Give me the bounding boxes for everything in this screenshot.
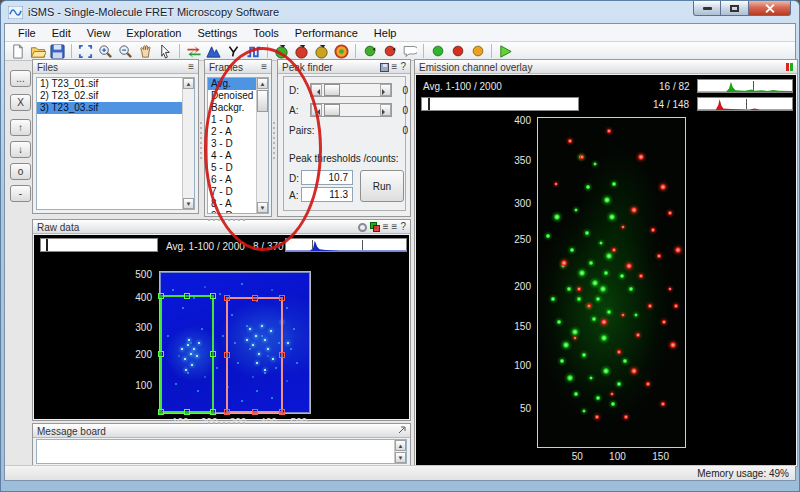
roi-handle[interactable] bbox=[184, 409, 190, 415]
frames-panel-titlebar[interactable]: Frames ≡ bbox=[205, 60, 271, 74]
roi-handle[interactable] bbox=[224, 295, 230, 301]
roi-handle[interactable] bbox=[210, 293, 216, 299]
peak-finder-titlebar[interactable]: Peak finder ≡ ? bbox=[278, 60, 410, 74]
roi-handle[interactable] bbox=[184, 293, 190, 299]
raw-plot[interactable] bbox=[159, 271, 311, 414]
comment-bubble-icon[interactable] bbox=[400, 43, 419, 60]
peak-finder-menu-icon[interactable]: ≡ bbox=[392, 62, 398, 72]
menu-edit[interactable]: Edit bbox=[45, 25, 78, 41]
play-green-icon[interactable] bbox=[360, 43, 379, 60]
reload-dark-icon[interactable] bbox=[312, 43, 331, 60]
status-red-icon[interactable] bbox=[448, 43, 467, 60]
detach-icon[interactable] bbox=[398, 426, 406, 436]
red-green-channels-icon[interactable] bbox=[786, 63, 793, 71]
scroll-up-icon[interactable]: ▲ bbox=[395, 440, 406, 451]
run-analysis-icon[interactable] bbox=[496, 43, 515, 60]
frames-scrollbar[interactable]: ▲ ▼ bbox=[256, 78, 268, 213]
zoom-in-icon[interactable] bbox=[96, 43, 115, 60]
raw-contrast-histogram[interactable] bbox=[285, 238, 407, 252]
pan-hand-icon[interactable] bbox=[136, 43, 155, 60]
slider-track[interactable] bbox=[322, 104, 380, 116]
status-orange-icon[interactable] bbox=[468, 43, 487, 60]
list-item[interactable]: 3) T23_03.sif bbox=[37, 102, 194, 114]
play-red-icon[interactable] bbox=[380, 43, 399, 60]
status-green-icon[interactable] bbox=[428, 43, 447, 60]
menu-file[interactable]: File bbox=[11, 25, 43, 41]
options-button[interactable]: o bbox=[10, 163, 31, 180]
scroll-down-icon[interactable]: ▼ bbox=[183, 198, 194, 209]
raw-data-menu-icon[interactable]: ≡ bbox=[383, 222, 389, 232]
roi-handle[interactable] bbox=[210, 351, 216, 357]
open-file-icon[interactable] bbox=[28, 43, 47, 60]
roi-handle[interactable] bbox=[158, 293, 164, 299]
contrast-max-marker[interactable] bbox=[362, 240, 363, 250]
roi-handle[interactable] bbox=[158, 409, 164, 415]
slider-thumb[interactable] bbox=[324, 84, 340, 96]
files-panel-titlebar[interactable]: Files ≡ bbox=[33, 60, 198, 74]
scrollbar-thumb[interactable] bbox=[257, 90, 268, 112]
roi-handle[interactable] bbox=[224, 409, 230, 415]
d-threshold-slider[interactable] bbox=[310, 83, 392, 97]
save-icon[interactable] bbox=[48, 43, 67, 60]
channel-arrows-icon[interactable] bbox=[184, 43, 203, 60]
list-item[interactable]: 1) T23_01.sif bbox=[37, 78, 194, 90]
roi-handle[interactable] bbox=[279, 409, 285, 415]
a-threshold-slider[interactable] bbox=[310, 103, 392, 117]
move-up-button[interactable]: ↑ bbox=[10, 119, 31, 136]
message-scrollbar[interactable]: ▲ ▼ bbox=[394, 440, 406, 463]
menu-help[interactable]: Help bbox=[367, 25, 404, 41]
roi-handle[interactable] bbox=[224, 352, 230, 358]
splitter[interactable] bbox=[271, 84, 277, 194]
settings-gear-icon[interactable] bbox=[358, 223, 367, 232]
histogram-icon[interactable] bbox=[204, 43, 223, 60]
minimize-button[interactable] bbox=[693, 1, 721, 16]
acceptor-roi[interactable] bbox=[226, 297, 283, 413]
minus-button[interactable]: - bbox=[10, 185, 31, 202]
a-threshold-field[interactable]: 11.3 bbox=[301, 187, 353, 202]
contrast-min-marker[interactable] bbox=[312, 240, 313, 250]
new-file-icon[interactable] bbox=[8, 43, 27, 60]
slider-right-arrow[interactable] bbox=[380, 84, 391, 96]
slider-left-arrow[interactable] bbox=[311, 104, 322, 116]
menu-view[interactable]: View bbox=[80, 25, 118, 41]
save-settings-icon[interactable] bbox=[380, 63, 389, 72]
data-cursor-icon[interactable] bbox=[156, 43, 175, 60]
zoom-out-icon[interactable] bbox=[116, 43, 135, 60]
maximize-button[interactable] bbox=[721, 1, 749, 16]
slider-marker[interactable] bbox=[428, 98, 430, 110]
d-threshold-field[interactable]: 10.7 bbox=[301, 170, 353, 185]
green-histogram[interactable] bbox=[697, 79, 793, 93]
splitter[interactable] bbox=[185, 420, 265, 426]
menu-settings[interactable]: Settings bbox=[190, 25, 244, 41]
scroll-down-icon[interactable]: ▼ bbox=[395, 452, 406, 463]
message-board-text[interactable] bbox=[36, 439, 407, 464]
threshold-marker[interactable] bbox=[746, 99, 747, 109]
slider-right-arrow[interactable] bbox=[380, 104, 391, 116]
remove-file-button[interactable]: X bbox=[10, 94, 31, 111]
help-icon[interactable]: ? bbox=[400, 222, 406, 232]
run-button[interactable]: Run bbox=[360, 170, 404, 202]
scroll-down-icon[interactable]: ▼ bbox=[257, 202, 268, 213]
roi-handle[interactable] bbox=[279, 295, 285, 301]
roi-handle[interactable] bbox=[279, 352, 285, 358]
scroll-up-icon[interactable]: ▲ bbox=[257, 78, 268, 89]
add-file-button[interactable]: ... bbox=[10, 70, 31, 87]
slider-thumb[interactable] bbox=[324, 104, 340, 116]
roi-handle[interactable] bbox=[158, 351, 164, 357]
channel-overlay-icon[interactable] bbox=[370, 222, 380, 232]
menu-tools[interactable]: Tools bbox=[246, 25, 286, 41]
reload-red-icon[interactable] bbox=[292, 43, 311, 60]
zoom-region-icon[interactable] bbox=[76, 43, 95, 60]
roi-handle[interactable] bbox=[252, 295, 258, 301]
emission-frame-slider[interactable] bbox=[421, 97, 579, 111]
emission-plot[interactable] bbox=[537, 117, 686, 448]
menu-exploration[interactable]: Exploration bbox=[119, 25, 188, 41]
files-listbox[interactable]: 1) T23_01.sif2) T23_02.sif3) T23_03.sif … bbox=[36, 77, 195, 210]
slider-left-arrow[interactable] bbox=[311, 84, 322, 96]
pulse-trace-icon[interactable] bbox=[244, 43, 263, 60]
files-scrollbar[interactable]: ▲ ▼ bbox=[182, 78, 194, 209]
move-down-button[interactable]: ↓ bbox=[10, 141, 31, 158]
frame-slider[interactable] bbox=[40, 238, 158, 252]
list-item[interactable]: 2) T23_02.sif bbox=[37, 90, 194, 102]
reload-green-icon[interactable] bbox=[272, 43, 291, 60]
